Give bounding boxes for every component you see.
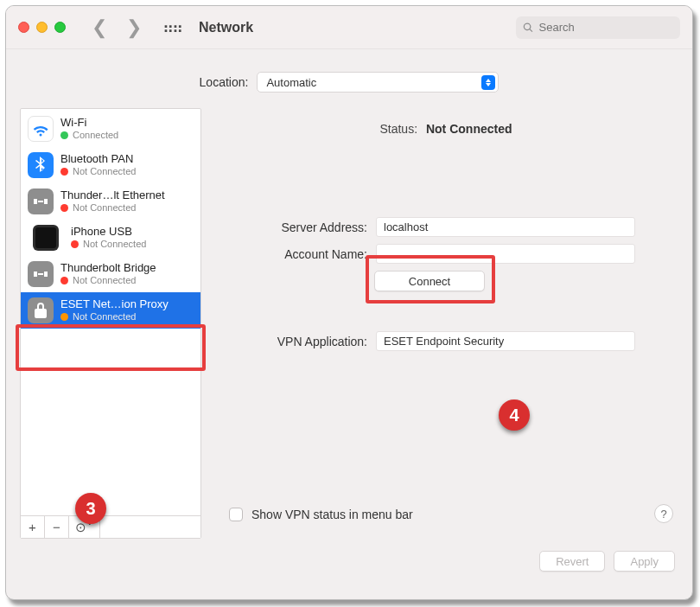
status-row: Status: Not Connected bbox=[213, 108, 678, 143]
toolbar-spacer bbox=[100, 516, 200, 538]
close-window-button[interactable] bbox=[18, 22, 29, 33]
window-title: Network bbox=[199, 20, 253, 35]
network-service-list: Wi-Fi Connected Bluetooth PAN Not Connec… bbox=[20, 108, 201, 539]
wifi-icon bbox=[28, 116, 54, 142]
show-vpn-status-row[interactable]: Show VPN status in menu bar bbox=[229, 508, 413, 521]
sidebar-item-label: Bluetooth PAN bbox=[60, 153, 136, 166]
sidebar-item-label: Thunder…lt Ethernet bbox=[60, 189, 165, 202]
zoom-window-button[interactable] bbox=[54, 22, 66, 33]
location-row: Location: Automatic bbox=[6, 49, 692, 108]
show-all-icon[interactable]: ⠶⠶ bbox=[162, 18, 181, 37]
sidebar-item-iphone-usb[interactable]: iPhone USB Not Connected bbox=[21, 220, 200, 256]
show-vpn-status-label: Show VPN status in menu bar bbox=[251, 508, 413, 521]
lock-icon bbox=[28, 297, 54, 323]
server-address-input[interactable] bbox=[376, 217, 635, 237]
body: Wi-Fi Connected Bluetooth PAN Not Connec… bbox=[6, 108, 692, 539]
sidebar-item-status: Not Connected bbox=[73, 275, 136, 286]
remove-service-button[interactable]: − bbox=[45, 516, 69, 538]
sidebar-item-eset-proxy[interactable]: ESET Net…ion Proxy Not Connected bbox=[21, 292, 200, 329]
account-name-label: Account Name: bbox=[213, 247, 367, 261]
vpn-form: Server Address: Account Name: Connect VP… bbox=[213, 217, 678, 351]
sidebar-item-status: Not Connected bbox=[73, 311, 136, 323]
sidebar-item-label: ESET Net…ion Proxy bbox=[60, 298, 169, 311]
sidebar-item-label: iPhone USB bbox=[71, 226, 146, 239]
vpn-application-field bbox=[376, 331, 635, 351]
status-dot-icon bbox=[60, 131, 68, 139]
location-value: Automatic bbox=[266, 76, 316, 89]
preferences-window: ❮ ❯ ⠶⠶ Network Location: Automatic bbox=[5, 5, 693, 600]
thunderbolt-icon bbox=[28, 261, 54, 287]
sidebar-item-thunderbolt-ethernet[interactable]: Thunder…lt Ethernet Not Connected bbox=[21, 183, 200, 220]
forward-button[interactable]: ❯ bbox=[126, 18, 142, 37]
window-controls bbox=[18, 22, 66, 33]
search-icon bbox=[523, 22, 534, 34]
back-button[interactable]: ❮ bbox=[92, 18, 107, 37]
sidebar-toolbar: + − ⊙˅ bbox=[21, 515, 200, 538]
status-value: Not Connected bbox=[426, 122, 512, 136]
main-panel: Status: Not Connected Server Address: Ac… bbox=[213, 108, 678, 539]
status-dot-icon bbox=[60, 204, 68, 212]
status-dot-icon bbox=[71, 240, 79, 248]
status-dot-icon bbox=[60, 313, 68, 321]
nav-arrows: ❮ ❯ bbox=[92, 18, 142, 37]
sidebar-items: Wi-Fi Connected Bluetooth PAN Not Connec… bbox=[21, 109, 200, 515]
search-input[interactable] bbox=[539, 21, 673, 34]
sidebar-item-label: Wi-Fi bbox=[60, 117, 118, 130]
vpn-application-label: VPN Application: bbox=[213, 335, 367, 348]
sidebar-item-wifi[interactable]: Wi-Fi Connected bbox=[21, 111, 200, 147]
help-button[interactable]: ? bbox=[654, 504, 673, 523]
show-vpn-status-checkbox[interactable] bbox=[229, 508, 243, 521]
sidebar-item-thunderbolt-bridge[interactable]: Thunderbolt Bridge Not Connected bbox=[21, 256, 200, 292]
annotation-badge-4: 4 bbox=[499, 399, 530, 431]
apply-button[interactable]: Apply bbox=[614, 551, 675, 572]
add-service-button[interactable]: + bbox=[21, 516, 45, 538]
bluetooth-icon bbox=[28, 152, 54, 178]
annotation-highlight-4 bbox=[366, 255, 495, 304]
minimize-window-button[interactable] bbox=[36, 22, 48, 33]
location-select[interactable]: Automatic bbox=[257, 72, 499, 93]
sidebar-item-status: Not Connected bbox=[83, 239, 146, 250]
status-dot-icon bbox=[60, 168, 68, 176]
location-label: Location: bbox=[200, 75, 249, 89]
sidebar-item-label: Thunderbolt Bridge bbox=[60, 262, 156, 275]
titlebar: ❮ ❯ ⠶⠶ Network bbox=[6, 6, 692, 49]
search-field[interactable] bbox=[516, 16, 680, 39]
sidebar-item-status: Not Connected bbox=[73, 202, 136, 214]
footer-buttons: Revert Apply bbox=[6, 539, 692, 572]
server-address-label: Server Address: bbox=[213, 220, 367, 234]
sidebar-item-status: Connected bbox=[73, 130, 118, 141]
status-dot-icon bbox=[60, 277, 68, 284]
ethernet-icon bbox=[28, 188, 54, 214]
status-label: Status: bbox=[379, 122, 417, 136]
sidebar-item-bluetooth-pan[interactable]: Bluetooth PAN Not Connected bbox=[21, 147, 200, 183]
annotation-badge-3: 3 bbox=[75, 493, 106, 524]
iphone-icon bbox=[33, 225, 59, 251]
revert-button[interactable]: Revert bbox=[539, 551, 605, 572]
sidebar-item-status: Not Connected bbox=[73, 166, 136, 177]
chevron-up-down-icon bbox=[481, 75, 495, 90]
